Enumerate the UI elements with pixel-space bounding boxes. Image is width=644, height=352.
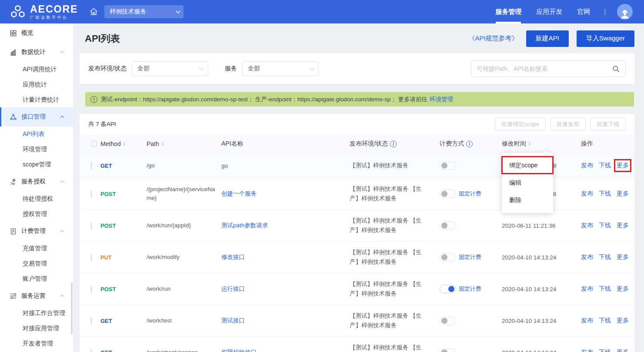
sidebar-item-应用统计[interactable]: 应用统计 [0, 77, 73, 92]
api-name-link[interactable]: 运行接口 [221, 286, 245, 292]
billing-toggle[interactable] [440, 161, 456, 170]
billing-toggle[interactable] [440, 316, 456, 325]
sort-icon[interactable] [123, 141, 126, 147]
sidebar-item-scope管理[interactable]: scope管理 [0, 157, 73, 172]
user-avatar[interactable] [617, 4, 633, 20]
column-header-5[interactable]: 修改时间 [502, 140, 581, 148]
sidebar-item-开发者管理[interactable]: 开发者管理 [0, 336, 73, 351]
row-action-下线[interactable]: 下线 [599, 285, 611, 293]
info-icon[interactable]: i [390, 141, 397, 147]
billing-toggle[interactable] [440, 189, 456, 198]
sidebar-item-待处理授权[interactable]: 待处理授权 [0, 191, 73, 206]
service-filter-select[interactable]: 全部 [242, 61, 319, 76]
sidebar-group-4[interactable]: 计费管理 [0, 222, 73, 241]
billing-toggle[interactable] [440, 348, 456, 352]
sidebar-group-0[interactable]: 概览 [0, 23, 73, 43]
sidebar-item-对接应用管理[interactable]: 对接应用管理 [0, 321, 73, 336]
row-checkbox[interactable] [91, 222, 92, 229]
sidebar-group-label: 服务运营 [21, 292, 46, 300]
bulk-button-1[interactable]: 批量发布 [550, 118, 586, 131]
info-icon[interactable]: i [466, 141, 473, 147]
chevron-down-icon [199, 66, 204, 70]
row-action-更多[interactable]: 更多 [617, 317, 629, 325]
modified-time: 2020-06-11 11:21:36 [502, 222, 581, 229]
row-action-下线[interactable]: 下线 [599, 349, 611, 352]
sort-icon[interactable] [528, 141, 531, 147]
home-icon[interactable] [89, 7, 98, 16]
row-action-发布[interactable]: 发布 [581, 285, 593, 293]
nav-item-1[interactable]: 应用开发 [536, 0, 562, 23]
row-action-更多[interactable]: 更多 [617, 222, 629, 229]
search-input[interactable] [477, 65, 612, 72]
brand-logo[interactable]: AECORE 广联达数字中台 [10, 4, 78, 20]
endpoint-info-banner: ! 测试-endpoint：https://apigate.glodon.com… [85, 92, 634, 106]
column-header-0[interactable]: Method [100, 140, 147, 147]
api-spec-reference-link[interactable]: 《API规范参考》 [468, 34, 518, 43]
row-checkbox[interactable] [91, 190, 92, 198]
billing-toggle[interactable] [440, 221, 456, 230]
sidebar-item-计量计费统计[interactable]: 计量计费统计 [0, 92, 73, 107]
nav-item-0[interactable]: 服务管理 [495, 0, 521, 23]
row-checkbox[interactable] [91, 254, 92, 261]
sidebar-group-label: 概览 [21, 29, 33, 37]
import-swagger-button[interactable]: 导入Swagger [577, 30, 634, 47]
new-api-button[interactable]: 新建API [526, 30, 569, 47]
row-action-发布[interactable]: 发布 [581, 222, 593, 229]
env-filter-select[interactable]: 全部 [132, 61, 208, 76]
bulk-button-0[interactable]: 批量绑定scope [495, 118, 546, 131]
billing-toggle[interactable] [440, 285, 456, 293]
more-menu-item-0[interactable]: 绑定scope [502, 156, 553, 174]
api-name-link[interactable]: 测试path参数请求 [221, 222, 268, 229]
search-icon[interactable] [612, 65, 620, 73]
sidebar-item-API列表[interactable]: API列表 [0, 126, 73, 142]
sidebar-scrollbar-thumb[interactable] [71, 282, 73, 335]
more-menu-item-1[interactable]: 编辑 [502, 174, 553, 191]
row-checkbox[interactable] [91, 317, 92, 325]
method-badge: GET [100, 318, 112, 324]
sidebar-item-环境管理[interactable]: 环境管理 [0, 142, 73, 157]
sidebar-item-交易管理[interactable]: 交易管理 [0, 256, 73, 271]
row-action-下线[interactable]: 下线 [599, 222, 611, 229]
row-action-下线[interactable]: 下线 [599, 190, 611, 198]
api-name-link[interactable]: 创建一个服务 [221, 190, 257, 197]
billing-toggle[interactable] [440, 253, 456, 262]
row-action-发布[interactable]: 发布 [581, 253, 593, 261]
row-checkbox[interactable] [91, 162, 92, 169]
row-action-更多[interactable]: 更多 [617, 285, 629, 293]
row-action-发布[interactable]: 发布 [581, 190, 593, 198]
api-name-link[interactable]: 权限校验接口 [221, 349, 257, 352]
api-name-link[interactable]: 修改接口 [221, 254, 245, 260]
row-action-下线[interactable]: 下线 [599, 317, 611, 325]
row-action-更多[interactable]: 更多 [617, 162, 629, 169]
nav-item-2[interactable]: 官网 [577, 0, 590, 23]
row-action-更多[interactable]: 更多 [617, 349, 629, 352]
select-all-checkbox[interactable] [91, 141, 97, 147]
sidebar-group-2[interactable]: 接口管理 [0, 107, 73, 126]
table-row: PUT/work/modify修改接口【测试】样例技术服务 【生产】样例技术服务… [80, 242, 634, 273]
env-management-link[interactable]: 环境管理 [430, 96, 453, 103]
sidebar-group-5[interactable]: 服务运营 [0, 286, 73, 306]
api-name-link[interactable]: 测试接口 [221, 317, 245, 324]
row-action-发布[interactable]: 发布 [581, 349, 593, 352]
bulk-button-2[interactable]: 批量下线 [590, 118, 626, 131]
service-selector-dropdown[interactable]: 样例技术服务 [104, 5, 184, 18]
sidebar-item-授权管理[interactable]: 授权管理 [0, 206, 73, 222]
sidebar-item-充值管理[interactable]: 充值管理 [0, 241, 73, 256]
row-checkbox[interactable] [91, 286, 92, 293]
api-name-link[interactable]: go [221, 163, 228, 169]
row-action-更多[interactable]: 更多 [617, 190, 629, 198]
row-action-更多[interactable]: 更多 [617, 253, 629, 261]
column-header-1[interactable]: Path [147, 140, 221, 147]
sidebar-item-账户管理[interactable]: 账户管理 [0, 271, 73, 286]
row-action-下线[interactable]: 下线 [599, 162, 611, 169]
row-checkbox[interactable] [91, 349, 92, 352]
row-action-下线[interactable]: 下线 [599, 253, 611, 261]
row-action-发布[interactable]: 发布 [581, 162, 593, 169]
more-menu-item-2[interactable]: 删除 [502, 191, 553, 209]
sidebar-item-对接工作台管理[interactable]: 对接工作台管理 [0, 306, 73, 321]
row-action-发布[interactable]: 发布 [581, 317, 593, 325]
sidebar-group-3[interactable]: 服务授权 [0, 172, 73, 191]
sort-icon[interactable] [161, 141, 164, 147]
sidebar-item-API调用统计[interactable]: API调用统计 [0, 62, 73, 77]
sidebar-group-1[interactable]: 数据统计 [0, 43, 73, 62]
